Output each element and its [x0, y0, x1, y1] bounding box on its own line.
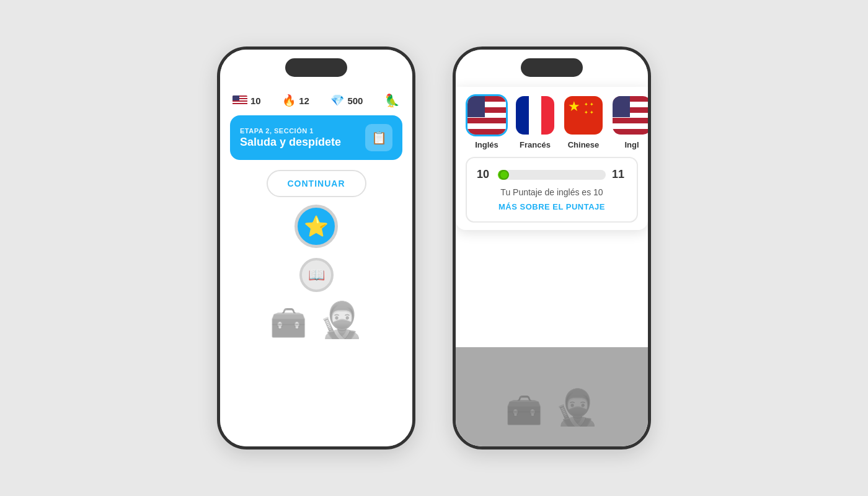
- lang-flag-ingl2: [611, 94, 648, 136]
- phone-screen-1: 10 🔥 12 💎 500 🦜 ETAPA 2, SECCIÓN 1: [220, 50, 412, 446]
- score-text: Tu Puntaje de inglés es 10: [477, 187, 627, 197]
- us-flag-large: [467, 96, 506, 135]
- score-panel: 10 11 Tu Puntaje de inglés es 10 MÁS SOB…: [466, 157, 638, 223]
- screen-dim: [456, 347, 648, 446]
- status-bar-1: 10 🔥 12 💎 500 🦜: [220, 93, 412, 115]
- streak-count-1: 10: [250, 95, 261, 106]
- lesson-banner[interactable]: ETAPA 2, SECCIÓN 1 Saluda y despídete 📋: [230, 115, 402, 160]
- score-right: 11: [612, 168, 627, 181]
- book-icon: 📖: [308, 267, 325, 283]
- score-left: 10: [477, 168, 492, 181]
- gem-icon-1: 💎: [330, 94, 344, 107]
- flag-icon-1: [232, 95, 247, 105]
- score-bar-fill: [498, 170, 507, 180]
- streak-stat-1: 10: [232, 95, 261, 106]
- continue-button[interactable]: CONTINUAR: [267, 170, 366, 197]
- lang-item-ingles[interactable]: Inglés: [466, 94, 508, 149]
- lang-item-chinese[interactable]: ★ Chinese: [562, 94, 604, 149]
- phone-2: 10 🔥 12 💎 500 🦜: [453, 46, 651, 450]
- phone-1: 10 🔥 12 💎 500 🦜 ETAPA 2, SECCIÓN 1: [217, 46, 415, 450]
- character-icon: 🥷: [319, 299, 363, 340]
- language-selector: Inglés Francés: [456, 87, 648, 149]
- cn-star: ★: [568, 100, 580, 113]
- phone-notch-2: [521, 58, 583, 77]
- gem-stat-1: 💎 500: [330, 94, 363, 107]
- list-icon: 📋: [371, 130, 387, 145]
- phone-screen-2: 10 🔥 12 💎 500 🦜: [456, 50, 648, 446]
- lang-name-ingles: Inglés: [475, 140, 498, 149]
- lang-item-frances[interactable]: Francés: [514, 94, 556, 149]
- cn-flag-large: ★: [564, 96, 603, 135]
- fire-stat-1: 🔥 12: [282, 94, 309, 107]
- dropdown-overlay: Inglés Francés: [456, 87, 648, 230]
- fire-icon-1: 🔥: [282, 94, 296, 107]
- fire-count-1: 12: [299, 95, 309, 106]
- gem-count-1: 500: [347, 95, 363, 106]
- bottom-characters: 🧰 🥷: [220, 299, 412, 340]
- lang-name-chinese: Chinese: [568, 140, 600, 149]
- star-icon: ⭐: [304, 215, 329, 238]
- phone-frame-1: 10 🔥 12 💎 500 🦜 ETAPA 2, SECCIÓN 1: [217, 46, 415, 450]
- lang-item-ingl2[interactable]: Ingl: [611, 94, 648, 149]
- lang-flag-frances: [514, 94, 556, 136]
- score-bar-track: [498, 170, 606, 180]
- bird-stat-1: 🦜: [384, 93, 400, 108]
- lang-flag-ingles: [466, 94, 508, 136]
- us2-flag-large: [613, 96, 648, 135]
- lesson-icon-btn[interactable]: 📋: [365, 124, 392, 151]
- more-link[interactable]: MÁS SOBRE EL PUNTAJE: [477, 202, 627, 211]
- lesson-title: Saluda y despídete: [240, 136, 341, 149]
- fr-white: [529, 96, 542, 135]
- chest-icon: 🧰: [270, 306, 307, 340]
- bird-icon-1: 🦜: [384, 93, 400, 108]
- score-row: 10 11: [477, 168, 627, 181]
- phone-frame-2: 10 🔥 12 💎 500 🦜: [453, 46, 651, 450]
- fr-flag-large: [516, 96, 554, 135]
- lang-flag-chinese: ★: [562, 94, 604, 136]
- lesson-banner-text: ETAPA 2, SECCIÓN 1 Saluda y despídete: [240, 127, 341, 149]
- book-node[interactable]: 📖: [299, 258, 334, 292]
- score-dot: [499, 170, 509, 180]
- section-label: ETAPA 2, SECCIÓN 1: [240, 127, 341, 135]
- star-node[interactable]: ⭐: [294, 205, 338, 248]
- fr-blue: [516, 96, 529, 135]
- continue-section: CONTINUAR ⭐: [220, 170, 412, 248]
- lang-name-ingl2: Ingl: [624, 140, 639, 149]
- fr-red: [541, 96, 554, 135]
- phone-notch-1: [285, 58, 347, 77]
- lang-name-frances: Francés: [520, 140, 551, 149]
